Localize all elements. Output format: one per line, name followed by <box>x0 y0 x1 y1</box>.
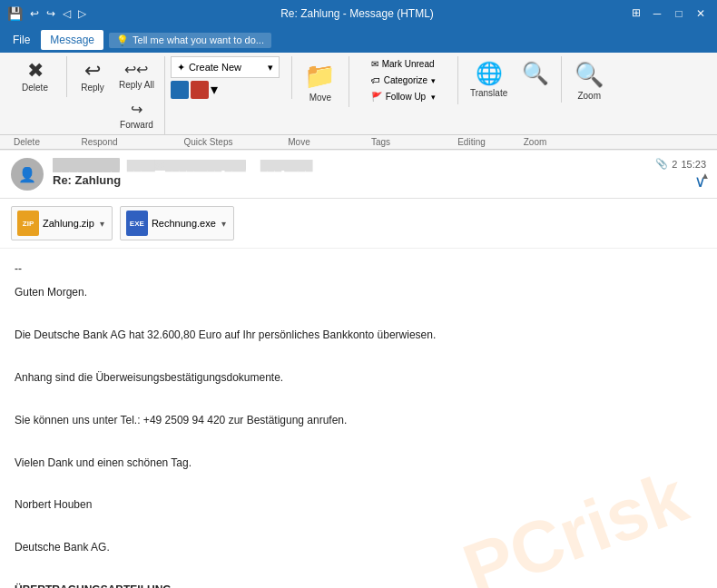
tags-buttons: ✉ Mark Unread 🏷 Categorize ▾ 🚩 Follow Up… <box>367 56 440 104</box>
zip-dropdown-icon[interactable]: ▾ <box>98 219 106 229</box>
reply-all-label: Reply All <box>119 80 154 90</box>
grid-icon[interactable]: ⊞ <box>628 5 644 23</box>
categorize-dropdown-icon: ▾ <box>431 76 436 85</box>
sender-name: ████████ <box>53 158 120 172</box>
translate-label: Translate <box>470 88 507 98</box>
email-para4: Vielen Dank und einen schönen Tag. <box>15 454 702 472</box>
prev-icon[interactable]: ◁ <box>63 7 71 20</box>
ribbon-group-delete: ✖ Delete <box>4 56 67 97</box>
zip-icon: ZIP <box>17 211 39 236</box>
zoom-buttons: 🔍 Zoom <box>568 56 610 105</box>
delete-label: Delete <box>22 83 48 93</box>
search-button[interactable]: 🔍 <box>516 56 555 91</box>
qs-more-icon: ▾ <box>211 81 218 99</box>
main-email-area: 👤 ████████ ████@████████.███ ███ ████ Re… <box>0 151 717 588</box>
ribbon-group-respond: ↩ Reply ↩↩ Reply All ↪ Forward <box>67 56 165 134</box>
email-header: 👤 ████████ ████@████████.███ ███ ████ Re… <box>0 151 717 199</box>
respond-buttons: ↩ Reply ↩↩ Reply All ↪ Forward <box>73 56 159 134</box>
window-title: Re: Zahlung - Message (HTML) <box>86 7 628 20</box>
categorize-icon: 🏷 <box>371 75 380 85</box>
ribbon: ✖ Delete ↩ Reply ↩↩ Reply All <box>0 53 717 151</box>
quick-steps-group-label: Quick Steps <box>145 137 272 147</box>
move-buttons: 📁 Move <box>298 56 343 107</box>
save-icon[interactable]: 💾 <box>7 6 23 21</box>
close-button[interactable]: ✕ <box>692 5 710 23</box>
sparkle-icon: ✦ <box>177 62 185 74</box>
forward-icon: ↪ <box>131 101 142 118</box>
editing-group-label: Editing <box>436 137 508 147</box>
email-count-badge: 📎 2 15:23 <box>655 158 706 170</box>
attachment-exe[interactable]: EXE Rechnung.exe ▾ <box>120 206 234 240</box>
forward-button[interactable]: ↪ Forward <box>114 96 159 134</box>
ribbon-groups: ✖ Delete ↩ Reply ↩↩ Reply All <box>0 56 717 134</box>
sender-address: ████@████████.███ <box>127 160 246 171</box>
email-from-line: ████████ ████@████████.███ ███ ████ <box>53 158 646 172</box>
menu-file[interactable]: File <box>4 30 39 50</box>
delete-group-label: Delete <box>0 137 54 147</box>
reply-all-button[interactable]: ↩↩ Reply All <box>114 56 159 94</box>
avatar: 👤 <box>11 158 44 191</box>
minimize-button[interactable]: ─ <box>648 5 666 23</box>
move-label: Move <box>309 93 331 103</box>
email-para3: Sie können uns unter Tel.: +49 2509 94 4… <box>15 411 702 429</box>
email-para2: Anhang sind die Überweisungsbestätigungs… <box>15 368 702 387</box>
followup-icon: 🚩 <box>371 92 382 102</box>
tell-me-text: Tell me what you want to do... <box>133 34 264 45</box>
menu-message[interactable]: Message <box>41 30 103 50</box>
ribbon-labels-row: Delete Respond Quick Steps Move Tags Edi… <box>0 134 717 149</box>
ribbon-collapse-button[interactable]: ▲ <box>701 171 710 181</box>
categorize-label: Categorize <box>384 75 427 85</box>
respond-group-label: Respond <box>54 137 145 147</box>
forward-label: Forward <box>120 120 153 130</box>
attachments-row: ZIP Zahlung.zip ▾ EXE Rechnung.exe ▾ <box>0 199 717 249</box>
ribbon-group-editing: 🌐 Translate 🔍 <box>458 56 562 103</box>
email-meta: ████████ ████@████████.███ ███ ████ Re: … <box>53 158 646 187</box>
qs-icon1 <box>171 81 189 99</box>
move-button[interactable]: 📁 Move <box>298 56 343 107</box>
next-icon[interactable]: ▷ <box>78 7 86 20</box>
translate-button[interactable]: 🌐 Translate <box>464 56 514 103</box>
zoom-icon: 🔍 <box>575 61 604 89</box>
quick-steps-buttons: ✦ Create New ▾ ▾ <box>171 56 286 99</box>
window-controls: ⊞ ─ □ ✕ <box>628 5 710 23</box>
reply-button[interactable]: ↩ Reply <box>73 56 113 97</box>
maximize-button[interactable]: □ <box>670 5 688 23</box>
translate-icon: 🌐 <box>476 61 503 86</box>
email-count: 2 <box>672 159 677 170</box>
categorize-button[interactable]: 🏷 Categorize ▾ <box>367 73 440 88</box>
move-group-label: Move <box>272 137 327 147</box>
email-section: ÜBERTRAGUNGSABTEILUNG <box>15 581 702 588</box>
attachment-zip[interactable]: ZIP Zahlung.zip ▾ <box>11 206 113 240</box>
exe-icon: EXE <box>126 211 148 236</box>
attachment-zip-name: Zahlung.zip <box>43 218 94 229</box>
qs-icon2 <box>191 81 209 99</box>
title-bar: 💾 ↩ ↪ ◁ ▷ Re: Zahlung - Message (HTML) ⊞… <box>0 0 717 27</box>
create-new-button[interactable]: ✦ Create New ▾ <box>171 56 280 78</box>
tell-me-box[interactable]: 💡 Tell me what you want to do... <box>109 33 271 48</box>
search-icon: 🔍 <box>522 61 549 86</box>
exe-dropdown-icon[interactable]: ▾ <box>220 219 228 229</box>
reply-all-icon: ↩↩ <box>124 61 148 78</box>
delete-button[interactable]: ✖ Delete <box>15 56 55 97</box>
delete-icon: ✖ <box>27 61 44 81</box>
ribbon-group-move: 📁 Move <box>292 56 349 107</box>
reply-icon: ↩ <box>84 61 101 81</box>
zoom-group-label: Zoom <box>508 137 563 147</box>
ribbon-group-tags: ✉ Mark Unread 🏷 Categorize ▾ 🚩 Follow Up… <box>349 56 458 104</box>
delete-buttons: ✖ Delete <box>15 56 55 97</box>
quick-steps-extra: ▾ <box>171 81 218 99</box>
ribbon-content: ✖ Delete ↩ Reply ↩↩ Reply All <box>0 53 717 150</box>
zoom-label: Zoom <box>577 91 601 101</box>
title-bar-left: 💾 ↩ ↪ ◁ ▷ <box>7 6 86 21</box>
mark-unread-button[interactable]: ✉ Mark Unread <box>367 56 440 72</box>
email-timestamp: 15:23 <box>681 159 706 170</box>
undo-icon[interactable]: ↩ <box>30 7 39 20</box>
zoom-button[interactable]: 🔍 Zoom <box>568 56 610 105</box>
followup-button[interactable]: 🚩 Follow Up ▾ <box>367 89 440 104</box>
email-header-right: 📎 2 15:23 ∨ <box>655 158 706 190</box>
followup-label: Follow Up <box>386 92 426 102</box>
email-body-container: -- Guten Morgen. Die Deutsche Bank AG ha… <box>0 249 717 588</box>
redo-icon[interactable]: ↪ <box>46 7 55 20</box>
email-para5: Norbert Houben <box>15 495 702 514</box>
reply-label: Reply <box>81 83 104 93</box>
